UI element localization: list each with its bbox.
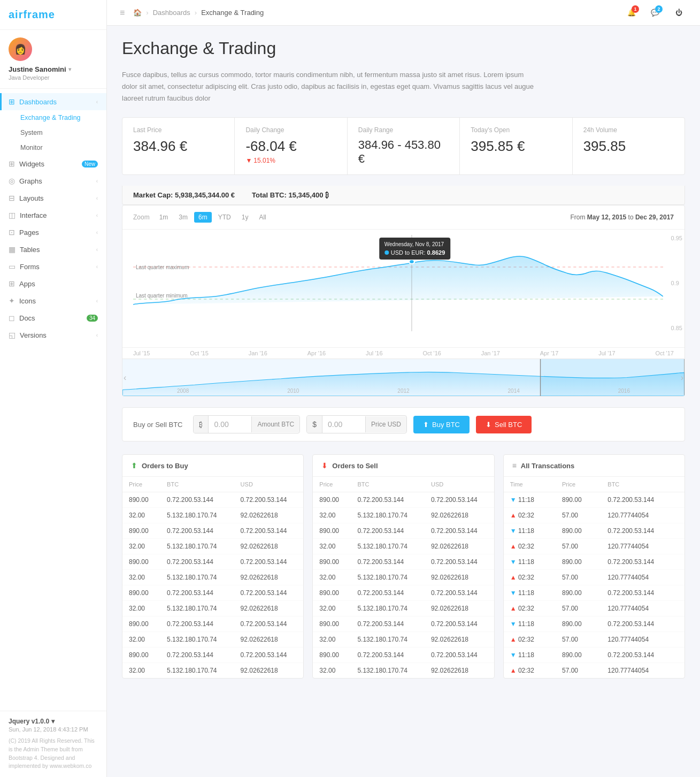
breadcrumb-home-icon[interactable]: 🏠 (133, 9, 142, 17)
usd-cell: 0.72.200.53.144 (425, 523, 494, 539)
main-area: ≡ 🏠 › Dashboards › Exchange & Trading 🔔 … (107, 0, 700, 777)
mini-chart[interactable]: 2008 2010 2012 2014 2016 ‹ › (122, 359, 684, 396)
zoom-1y[interactable]: 1y (237, 212, 253, 223)
price-cell: 32.00 (313, 632, 351, 648)
stat-daily-range: Daily Range 384.96 - 453.80 € (348, 118, 460, 174)
price-cell: 57.00 (556, 508, 601, 523)
btc-cell: 5.132.180.170.74 (351, 663, 425, 679)
sidebar-item-pages[interactable]: ⊡ Pages ‹ (0, 224, 106, 241)
from-date: May 12, 2015 (587, 214, 626, 221)
usd-price-input[interactable] (322, 416, 365, 433)
zoom-all[interactable]: All (255, 212, 270, 223)
sidebar-item-graphs[interactable]: ◎ Graphs ‹ (0, 172, 106, 189)
sell-btc-button[interactable]: ⬇ Sell BTC (476, 416, 532, 433)
sidebar-item-exchange[interactable]: Exchange & Trading (0, 110, 106, 125)
col-price: Price (313, 477, 351, 492)
sidebar-item-tables[interactable]: ▦ Tables ‹ (0, 241, 106, 258)
topbar: ≡ 🏠 › Dashboards › Exchange & Trading 🔔 … (107, 0, 700, 26)
time-cell: ▼ 11:18 (504, 492, 556, 508)
btc-cell: 0.72.200.53.144 (351, 554, 425, 570)
interface-icon: ◫ (9, 211, 16, 219)
table-row: 32.005.132.180.170.7492.02622618 (122, 663, 303, 679)
sidebar-item-versions[interactable]: ◱ Versions ‹ (0, 326, 106, 344)
zoom-ytd[interactable]: YTD (214, 212, 235, 223)
trend-up-icon: ▲ (510, 636, 517, 643)
col-btc: BTC (351, 477, 425, 492)
zoom-6m[interactable]: 6m (194, 212, 212, 223)
price-cell: 890.00 (556, 523, 601, 539)
table-row: ▲ 02:3257.00120.77744054 (504, 570, 684, 585)
price-cell: 57.00 (556, 632, 601, 648)
orders-sell-table: Price BTC USD 890.000.72.200.53.1440.72.… (313, 477, 494, 678)
usd-cell: 0.72.200.53.144 (425, 616, 494, 632)
sidebar-item-widgets[interactable]: ⊞ Widgets New (0, 155, 106, 172)
sidebar-item-icons[interactable]: ✦ Icons ‹ (0, 292, 106, 309)
notifications-message-button[interactable]: 💬 2 (647, 4, 664, 21)
zoom-1m[interactable]: 1m (155, 212, 173, 223)
orders-buy-icon: ⬆ (131, 461, 137, 470)
market-cap-label: Market Cap: 5,938,345,344.00 € (133, 191, 235, 199)
bitcoin-icon: ₿ (194, 416, 209, 433)
chart-scroll-right[interactable]: › (681, 373, 683, 383)
sidebar-item-monitor[interactable]: Monitor (0, 140, 106, 155)
sidebar-item-label: Graphs (19, 177, 42, 185)
sidebar-item-label: Tables (20, 246, 40, 254)
sidebar-item-system[interactable]: System (0, 125, 106, 140)
bell-badge: 1 (632, 5, 639, 13)
docs-icon: ◻ (9, 314, 15, 322)
usd-cell: 0.72.200.53.144 (425, 585, 494, 601)
download-icon: ⬇ (486, 421, 491, 429)
sidebar: airframe 👩 Justine Sanomini ▾ Java Devel… (0, 0, 107, 777)
table-row: ▲ 02:3257.00120.77744054 (504, 632, 684, 648)
time-cell: ▼ 11:18 (504, 616, 556, 632)
btc-cell: 5.132.180.170.74 (351, 570, 425, 585)
notifications-bell-button[interactable]: 🔔 1 (623, 4, 640, 21)
power-button[interactable]: ⏻ (670, 4, 687, 21)
stats-bottom: Market Cap: 5,938,345,344.00 € Total BTC… (122, 186, 685, 205)
trend-down-icon: ▼ (510, 620, 517, 628)
versions-icon: ◱ (9, 331, 16, 339)
usd-cell: 92.02622618 (234, 539, 304, 554)
btc-cell: 120.77744054 (601, 508, 684, 523)
btc-cell: 5.132.180.170.74 (351, 601, 425, 616)
zoom-controls: Zoom 1m 3m 6m YTD 1y All (133, 212, 271, 223)
price-cell: 57.00 (556, 663, 601, 679)
btc-amount-input[interactable] (209, 416, 251, 433)
price-cell: 32.00 (313, 508, 351, 523)
sidebar-item-label: Apps (19, 280, 35, 288)
usd-cell: 92.02622618 (425, 508, 494, 523)
price-cell: 890.00 (556, 554, 601, 570)
main-chart[interactable]: 0.95 0.9 0.85 Last quarter maximum Last … (122, 230, 684, 347)
stat-last-price: Last Price 384.96 € (122, 118, 235, 174)
breadcrumb-dashboards[interactable]: Dashboards (153, 9, 190, 17)
table-row: 890.000.72.200.53.1440.72.200.53.144 (122, 616, 303, 632)
price-cell: 32.00 (122, 508, 160, 523)
dollar-icon: $ (307, 416, 322, 433)
buy-btc-button[interactable]: ⬆ Buy BTC (413, 416, 470, 433)
sidebar-item-docs[interactable]: ◻ Docs 34 (0, 309, 106, 326)
btc-cell: 0.72.200.53.144 (351, 523, 425, 539)
trend-up-icon: ▲ (510, 605, 517, 612)
brand-logo: airframe (9, 9, 98, 21)
sidebar-item-layouts[interactable]: ⊟ Layouts ‹ (0, 189, 106, 207)
price-cell: 890.00 (556, 616, 601, 632)
user-profile[interactable]: 👩 Justine Sanomini ▾ Java Developer (0, 30, 106, 89)
usd-price-input-group: $ Price USD (306, 415, 407, 433)
usd-cell: 92.02622618 (425, 632, 494, 648)
price-cell: 32.00 (313, 663, 351, 679)
sidebar-item-interface[interactable]: ◫ Interface ‹ (0, 207, 106, 224)
avatar: 👩 (9, 37, 32, 61)
chart-scroll-left[interactable]: ‹ (124, 373, 126, 383)
amount-btc-label: Amount BTC (251, 416, 299, 432)
zoom-3m[interactable]: 3m (174, 212, 192, 223)
sidebar-item-dashboards[interactable]: ⊞ Dashboards ‹ (0, 93, 106, 110)
date-range: From May 12, 2015 to Dec 29, 2017 (571, 214, 674, 221)
btc-cell: 0.72.200.53.144 (160, 523, 234, 539)
price-cell: 890.00 (556, 585, 601, 601)
btc-cell: 0.72.200.53.144 (601, 648, 684, 663)
sidebar-item-forms[interactable]: ▭ Forms ‹ (0, 258, 106, 275)
menu-toggle-icon[interactable]: ≡ (120, 8, 125, 18)
daily-change-value: -68.04 € (245, 138, 336, 155)
table-row: 32.005.132.180.170.7492.02622618 (122, 539, 303, 554)
sidebar-item-apps[interactable]: ⊞ Apps (0, 275, 106, 292)
